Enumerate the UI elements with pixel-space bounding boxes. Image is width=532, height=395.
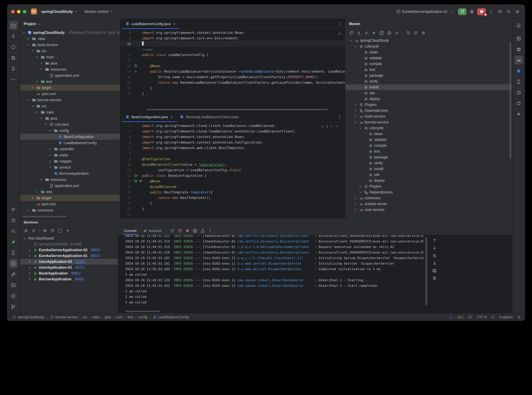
prev-message-button[interactable]	[431, 237, 438, 244]
code-line-6[interactable]: 6import org.springframework.context.anno…	[120, 139, 345, 145]
debug-button[interactable]	[468, 8, 475, 15]
console-log[interactable]: 2024-10-19 11:44:51.311 INFO 45826 --- […	[118, 235, 424, 313]
project-item-target[interactable]: target	[20, 85, 120, 91]
status-line-separator[interactable]: LF	[468, 315, 472, 319]
maven-item-dependencies[interactable]: Dependencies	[345, 189, 512, 195]
tool-window-bookmarks-button[interactable]	[9, 64, 18, 73]
project-panel-header[interactable]: Project	[20, 19, 120, 29]
breadcrumb-springcloudstudy[interactable]: springCloudStudy	[11, 314, 45, 320]
project-item-borrowapplication[interactable]: CBorrowApplication	[20, 170, 120, 176]
maven-item-deploy[interactable]: deploy	[345, 96, 512, 102]
status-indent-setting[interactable]: 4 spaces	[499, 315, 513, 319]
code-line-11[interactable]: 11 configuration = LoadBalancerConfig.cl…	[120, 167, 345, 173]
project-item-application-yml[interactable]: application.yml	[20, 183, 120, 189]
breadcrumb-java[interactable]: java	[104, 315, 112, 319]
maven-item-springcloudstudy[interactable]: mspringCloudStudy	[345, 38, 512, 44]
inspections-widget[interactable]: 1	[319, 124, 341, 129]
maven-item-eureka-server[interactable]: meureka-server	[345, 201, 512, 207]
code-line-16[interactable]: 16 return new RestTemplate();	[120, 195, 345, 200]
maven-item-test[interactable]: test	[345, 67, 512, 73]
project-item-commons[interactable]: commons	[20, 207, 120, 213]
project-item-book-service[interactable]: book-service	[20, 42, 120, 48]
project-item-service[interactable]: service	[20, 164, 120, 170]
code-line-9[interactable]: 9import org.springframework.core.env.Env…	[120, 35, 345, 41]
tool-window-database-button[interactable]	[514, 34, 523, 43]
minimize-window-button[interactable]	[17, 10, 20, 13]
service-item-userapplication-01[interactable]: UserApplication-01:8101/	[20, 265, 118, 270]
status-caret-position[interactable]: 10:1	[457, 315, 464, 319]
tool-window-emulator-button[interactable]	[514, 77, 523, 86]
code-line-17[interactable]: 17 }	[120, 85, 345, 91]
code-line-18[interactable]: 18}	[120, 91, 345, 96]
thread-dump-button[interactable]	[191, 227, 198, 234]
project-item-test[interactable]: test	[20, 78, 120, 85]
maven-item-clean[interactable]: clean	[345, 131, 512, 137]
search-everywhere-button[interactable]	[505, 8, 512, 15]
breadcrumb-loadbalancerconfig[interactable]: CLoadBalancerConfig	[152, 314, 190, 320]
code-line-8[interactable]: 8	[120, 151, 345, 156]
breadcrumb-borrow-service[interactable]: borrow-service	[49, 314, 78, 320]
maven-item-verify[interactable]: verify	[345, 160, 512, 166]
maven-item-dependencies[interactable]: Dependencies	[345, 108, 512, 114]
tool-window-structure-button[interactable]	[9, 43, 18, 51]
execute-maven-goal-button[interactable]	[378, 29, 385, 37]
tool-window-build-button[interactable]	[9, 270, 18, 279]
maven-item-clean[interactable]: clean	[345, 49, 512, 55]
project-item-pom-xml[interactable]: mpom.xml	[20, 91, 120, 97]
toggle-offline-mode-button[interactable]	[393, 29, 400, 37]
project-item-java[interactable]: java	[20, 115, 120, 121]
prev-problem-icon[interactable]	[329, 124, 334, 129]
add-service-button[interactable]	[64, 227, 71, 234]
breadcrumb-src[interactable]: src	[82, 315, 88, 319]
service-item-userapplication-01-port-link[interactable]: :8101/	[75, 265, 85, 269]
inspections-ok-icon[interactable]	[337, 31, 342, 36]
maven-item-install[interactable]: install	[345, 84, 512, 90]
service-item-eurekaserverapplication-02-port-link[interactable]: :8802/	[90, 248, 101, 252]
maven-item-site[interactable]: site	[345, 172, 512, 178]
project-selector[interactable]: springCloudStudy	[39, 8, 80, 15]
editor-tab-options-button[interactable]	[336, 113, 343, 120]
project-item-resources[interactable]: resources	[20, 176, 120, 183]
scroll-to-end-button[interactable]	[431, 260, 438, 266]
console-horizontal-scrollbar[interactable]	[125, 311, 160, 312]
tool-window-services-button[interactable]	[9, 259, 18, 268]
tool-window-plugins-button[interactable]	[9, 53, 18, 62]
maven-item-plugins[interactable]: Plugins	[345, 102, 512, 108]
export-logs-button[interactable]	[199, 227, 206, 234]
service-item-springcloudstudy[interactable]: springCloudStudy[install]	[20, 241, 118, 247]
settings-button[interactable]	[514, 8, 521, 15]
project-item-loadbalancerconfig[interactable]: CLoadBalancerConfig	[20, 140, 120, 146]
project-item-test[interactable]: test	[20, 189, 120, 195]
tool-window-profiler-button[interactable]	[9, 216, 18, 225]
maven-item-package[interactable]: package	[345, 73, 512, 78]
project-item-main[interactable]: main	[20, 54, 120, 60]
project-item-src[interactable]: src	[20, 103, 120, 109]
run-maven-build-button[interactable]	[370, 29, 378, 37]
project-item-springcloudstudy[interactable]: springCloudStudy~/Desktop/CS/JavaEE/6 Ja…	[20, 29, 120, 36]
tab-blockingloadbalancerclient-class[interactable]: CBlockingLoadBalancerClient.class	[177, 112, 242, 122]
code-editor[interactable]: 8import org.springframework.context.anno…	[120, 29, 345, 111]
project-item-config[interactable]: config	[20, 127, 120, 134]
next-message-button[interactable]	[431, 245, 438, 251]
expand-all-button[interactable]	[57, 227, 64, 234]
code-line-10[interactable]: 10	[120, 41, 345, 46]
service-item-userapplication-02[interactable]: UserApplication-02:8102/	[20, 259, 118, 265]
project-item-application-yml[interactable]: application.yml	[20, 72, 120, 78]
reload-all-maven-projects-button[interactable]	[348, 29, 355, 37]
console-vertical-scrollbar[interactable]	[426, 237, 427, 305]
maven-item-package[interactable]: package	[345, 154, 512, 160]
code-line-11[interactable]: 11public class LoadBalancerConfig {	[120, 52, 345, 57]
code-line-13[interactable]: 13 @Bean	[120, 178, 345, 184]
maven-item-commons[interactable]: mcommons	[345, 195, 512, 201]
code-line-7[interactable]: 7import org.springframework.web.client.R…	[120, 145, 345, 151]
service-item-run-dashboard[interactable]: Run Dashboard	[20, 236, 118, 241]
project-item-main[interactable]: main	[20, 109, 120, 115]
code-editor[interactable]: 3import org.springframework.cloud.client…	[120, 122, 345, 218]
maven-item-lifecycle[interactable]: Lifecycle	[345, 125, 512, 131]
service-item-eurekaserverapplication-01[interactable]: EurekaServerApplication-01:8801/	[20, 253, 118, 259]
maven-settings-button[interactable]	[420, 29, 427, 37]
tab-console[interactable]: Console	[121, 227, 139, 235]
code-line-9[interactable]: 9@Configuration	[120, 156, 345, 162]
clear-console-button[interactable]	[431, 275, 438, 281]
maven-item-test[interactable]: test	[345, 148, 512, 154]
